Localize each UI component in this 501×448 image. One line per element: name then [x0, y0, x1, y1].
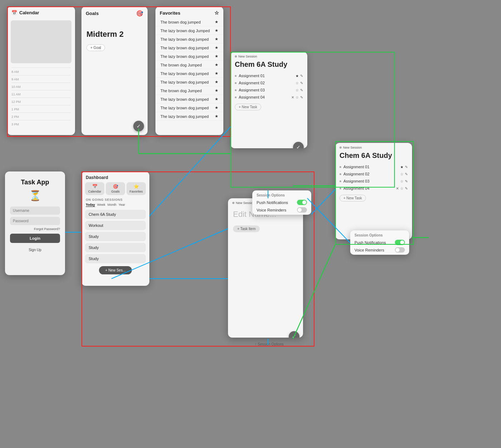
voice-reminders-toggle-1[interactable] — [297, 207, 307, 213]
new-session-button[interactable]: + New Ses... — [99, 266, 132, 274]
task-x-icon-3[interactable]: ✕ — [291, 95, 294, 99]
session-row-4[interactable]: Study — [85, 254, 146, 263]
session-row-1[interactable]: Workout — [85, 221, 146, 230]
filter-row: Today Week Month Year — [81, 203, 149, 210]
task-icons-c2-3: ✕☆✎ — [396, 186, 408, 190]
fav-item-9[interactable]: The lazy brown dog jumped★ — [155, 95, 223, 104]
fav-star-11[interactable]: ★ — [215, 114, 218, 119]
tab-goals[interactable]: 🎯 Goals — [106, 182, 125, 195]
session-badge-label-1: New Session — [238, 55, 257, 58]
task-star-empty-3[interactable]: ☆ — [296, 95, 299, 99]
fav-star-10[interactable]: ★ — [215, 105, 218, 110]
task-edit-icon-3[interactable]: ✎ — [300, 95, 303, 99]
login-button[interactable]: Login — [10, 234, 60, 243]
fav-item-10[interactable]: The lazy brown dog jumped★ — [155, 104, 223, 112]
fav-item-3[interactable]: The lazy brown dog jumped★ — [155, 44, 223, 52]
filter-today[interactable]: Today — [86, 203, 95, 207]
chem1-add-task-button[interactable]: + New Task — [235, 104, 261, 110]
fav-star-6[interactable]: ★ — [215, 71, 218, 76]
task-icons-c2-1: ☆✎ — [400, 172, 408, 176]
fav-star-0[interactable]: ★ — [215, 20, 218, 24]
push-notifications-toggle-2[interactable] — [395, 240, 405, 245]
chem1-check-badge: ✓ — [293, 142, 304, 148]
session-badge-1: New Session — [230, 52, 262, 60]
tab-favorites[interactable]: ⭐ Favorites — [127, 182, 146, 195]
task-edit-icon-0[interactable]: ✎ — [300, 74, 303, 78]
goals-card: Goals 🎯 Midterm 2 + Goal ✓ — [81, 6, 148, 135]
push-notifications-toggle-1[interactable] — [297, 200, 307, 205]
fav-star-9[interactable]: ★ — [215, 97, 218, 101]
signup-link[interactable]: Sign Up — [29, 248, 41, 252]
fav-item-7[interactable]: The lazy brown dog jumped★ — [155, 78, 223, 86]
goals-midterm: Midterm 2 — [81, 19, 148, 44]
task-icons-c2-0: ★✎ — [400, 165, 408, 169]
task-icons-c1-2: ☆✎ — [296, 88, 303, 92]
chem2-task-star-empty-3[interactable]: ☆ — [400, 186, 403, 190]
task-edit-icon-1[interactable]: ✎ — [300, 81, 303, 85]
push-notifications-row-2: Push Notifications — [354, 239, 405, 246]
filter-year[interactable]: Year — [119, 203, 125, 207]
filter-month[interactable]: Month — [108, 203, 116, 207]
chem2-task-star-empty-2[interactable]: ☆ — [400, 179, 403, 183]
app-title: Task App — [21, 179, 49, 186]
session-row-0[interactable]: Chem 6A Study — [85, 210, 146, 219]
task-icons-c1-3: ✕☆✎ — [291, 95, 303, 99]
task-icons-c1-1: ☆✎ — [296, 81, 303, 85]
add-task-item-button[interactable]: + Task Item — [233, 225, 260, 232]
fav-item-0[interactable]: The brown dog jumped★ — [155, 18, 223, 26]
fav-star-7[interactable]: ★ — [215, 80, 218, 84]
chem2-add-task-button[interactable]: + New Task — [339, 195, 366, 201]
add-goal-button[interactable]: + Goal — [86, 44, 105, 51]
task-star-empty-1[interactable]: ☆ — [296, 81, 299, 85]
fav-item-2[interactable]: The lazy brown dog jumped★ — [155, 35, 223, 44]
time-11am: 11 AM — [11, 90, 71, 96]
task-edit-icon-2[interactable]: ✎ — [300, 88, 303, 92]
edit-session-card: New Session Edit Name... + Task Item ✓ — [228, 198, 303, 338]
fav-item-6[interactable]: The lazy brown dog jumped★ — [155, 69, 223, 78]
chem2-task-star-empty-1[interactable]: ☆ — [400, 172, 403, 176]
voice-reminders-row-2: Voice Reminders — [354, 246, 405, 254]
chem2-task-2[interactable]: Assignment 03☆✎ — [335, 178, 412, 185]
task-name-c1-2: Assignment 03 — [239, 88, 293, 92]
fav-star-1[interactable]: ★ — [215, 28, 218, 33]
fav-item-label-7: The lazy brown dog jumped — [160, 80, 209, 84]
chem1-task-3[interactable]: Assignment 04✕☆✎ — [230, 94, 307, 101]
fav-item-5[interactable]: The brown dog Jumped★ — [155, 61, 223, 69]
chem2-task-edit-icon-3[interactable]: ✎ — [405, 186, 408, 190]
fav-star-2[interactable]: ★ — [215, 37, 218, 41]
voice-reminders-toggle-2[interactable] — [395, 247, 405, 253]
chem2-task-1[interactable]: Assignment 02☆✎ — [335, 170, 412, 178]
task-star-filled-0[interactable]: ★ — [296, 74, 299, 78]
forgot-password-link[interactable]: Forgot Password? — [10, 227, 60, 231]
favorites-title-label: Favorites — [160, 10, 180, 16]
chem2-task-edit-icon-0[interactable]: ✎ — [405, 165, 408, 169]
fav-star-5[interactable]: ★ — [215, 63, 218, 67]
session-row-3[interactable]: Study — [85, 243, 146, 252]
chem2-task-x-icon-3[interactable]: ✕ — [396, 186, 399, 190]
session-row-2[interactable]: Study — [85, 232, 146, 241]
fav-item-1[interactable]: The lazy brown dog Jumped★ — [155, 26, 223, 35]
fav-item-4[interactable]: The lazy brown dog jumped★ — [155, 52, 223, 61]
chem2-task-star-filled-0[interactable]: ★ — [400, 165, 403, 169]
session-title-2: Chem 6A Study — [335, 151, 412, 163]
tab-calendar[interactable]: 📅 Calendar — [85, 182, 104, 195]
password-input[interactable] — [10, 217, 60, 225]
fav-star-3[interactable]: ★ — [215, 45, 218, 50]
filter-week[interactable]: Week — [97, 203, 105, 207]
chem2-task-edit-icon-1[interactable]: ✎ — [405, 172, 408, 176]
fav-item-8[interactable]: The brown dog Jumped★ — [155, 86, 223, 95]
fav-item-11[interactable]: The lazy brown dog jumped★ — [155, 112, 223, 121]
chem1-task-2[interactable]: Assignment 03☆✎ — [230, 86, 307, 94]
favorites-star-icon: ☆ — [214, 10, 219, 16]
chem2-task-3[interactable]: Assignment 04✕☆✎ — [335, 185, 412, 192]
time-2pm: 2 PM — [11, 113, 71, 119]
fav-star-4[interactable]: ★ — [215, 54, 218, 59]
chem1-task-1[interactable]: Assignment 02☆✎ — [230, 79, 307, 86]
task-star-empty-2[interactable]: ☆ — [296, 88, 299, 92]
username-input[interactable] — [10, 206, 60, 215]
chem2-task-edit-icon-2[interactable]: ✎ — [405, 179, 408, 183]
chem2-task-0[interactable]: Assignment 01★✎ — [335, 163, 412, 170]
session-title-1: Chem 6A Study — [230, 60, 307, 72]
chem1-task-0[interactable]: Assignment 01★✎ — [230, 72, 307, 79]
fav-star-8[interactable]: ★ — [215, 88, 218, 93]
